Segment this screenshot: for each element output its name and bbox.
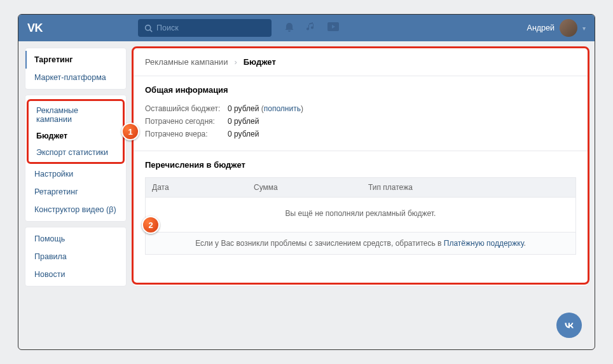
breadcrumb-parent[interactable]: Рекламные кампании — [145, 57, 228, 67]
user-name: Андрей — [527, 24, 554, 32]
sidebar-item-rules[interactable]: Правила — [25, 248, 126, 266]
sidebar-group-help: Помощь Правила Новости — [25, 227, 127, 286]
sidebar-item-campaigns[interactable]: Рекламные кампании — [29, 102, 123, 128]
section-general-info: Общая информация Оставшийся бюджет: 0 ру… — [134, 76, 588, 144]
col-date: Дата — [146, 178, 247, 197]
topup-link[interactable]: пополнить — [264, 104, 301, 113]
col-payment-type: Тип платежа — [362, 178, 575, 197]
main-content: Рекламные кампании › Бюджет Общая информ… — [133, 48, 588, 286]
user-menu[interactable]: Андрей ▾ — [527, 19, 586, 37]
label-remaining-budget: Оставшийся бюджет: — [145, 104, 228, 113]
fab-vk-button[interactable] — [556, 313, 582, 338]
svg-point-0 — [146, 25, 151, 30]
sidebar-group-main: Таргетинг Маркет-платформа — [25, 48, 127, 90]
callout-badge-1: 1 — [121, 123, 139, 140]
row-remaining-budget: Оставшийся бюджет: 0 рублей (пополнить) — [145, 102, 576, 115]
label-spent-yesterday: Потрачено вчера: — [145, 130, 228, 138]
table-empty-message: Вы ещё не пополняли рекламный бюджет. — [146, 198, 575, 233]
footer-suffix: . — [523, 239, 525, 248]
search-input[interactable]: Поиск — [138, 19, 272, 37]
music-icon[interactable] — [306, 22, 316, 34]
vk-glyph-icon — [562, 318, 576, 332]
sidebar-item-budget[interactable]: Бюджет — [29, 128, 123, 144]
chevron-down-icon: ▾ — [582, 25, 586, 32]
sidebar-item-market-platform[interactable]: Маркет-платформа — [25, 69, 126, 86]
label-spent-today: Потрачено сегодня: — [145, 117, 228, 126]
payment-support-link[interactable]: Платёжную поддержку — [444, 239, 524, 248]
breadcrumb: Рекламные кампании › Бюджет — [134, 48, 588, 76]
value-remaining-budget: 0 рублей — [228, 104, 259, 113]
search-icon — [144, 24, 153, 32]
table-header: Дата Сумма Тип платежа — [146, 178, 575, 198]
sidebar-item-help[interactable]: Помощь — [25, 230, 126, 248]
sidebar-group-ads: Рекламные кампании Бюджет Экспорт статис… — [25, 95, 127, 222]
table-footer: Если у Вас возникли проблемы с зачислени… — [146, 233, 575, 254]
sidebar-item-targeting[interactable]: Таргетинг — [25, 51, 126, 69]
transfers-table: Дата Сумма Тип платежа Вы ещё не пополня… — [145, 177, 576, 255]
section-transfers: Перечисления в бюджет — [134, 151, 588, 170]
value-spent-today: 0 рублей — [228, 117, 259, 126]
top-header: VK Поиск Андрей ▾ — [18, 15, 595, 41]
chevron-right-icon: › — [234, 57, 237, 67]
avatar — [560, 19, 577, 37]
search-placeholder: Поиск — [156, 24, 179, 32]
footer-prefix: Если у Вас возникли проблемы с зачислени… — [195, 239, 444, 248]
breadcrumb-current: Бюджет — [244, 57, 276, 67]
sidebar: Таргетинг Маркет-платформа Рекламные кам… — [25, 48, 127, 286]
video-icon[interactable] — [327, 22, 339, 34]
sidebar-item-retargeting[interactable]: Ретаргетинг — [25, 183, 126, 201]
transfers-title: Перечисления в бюджет — [145, 160, 576, 170]
vk-logo[interactable]: VK — [27, 22, 43, 35]
row-spent-yesterday: Потрачено вчера: 0 рублей — [145, 128, 576, 140]
row-spent-today: Потрачено сегодня: 0 рублей — [145, 115, 576, 128]
col-sum: Сумма — [247, 178, 362, 197]
sidebar-item-settings[interactable]: Настройки — [25, 165, 126, 183]
sidebar-item-news[interactable]: Новости — [25, 266, 126, 283]
sidebar-highlight-budget: Рекламные кампании Бюджет Экспорт статис… — [27, 99, 125, 164]
notifications-icon[interactable] — [284, 22, 294, 34]
callout-badge-2: 2 — [142, 216, 160, 234]
sidebar-item-export-stats[interactable]: Экспорт статистики — [29, 144, 123, 161]
value-spent-yesterday: 0 рублей — [228, 130, 259, 138]
general-info-title: Общая информация — [145, 85, 576, 95]
sidebar-item-video-builder[interactable]: Конструктор видео (β) — [25, 201, 126, 219]
svg-line-1 — [150, 29, 152, 31]
